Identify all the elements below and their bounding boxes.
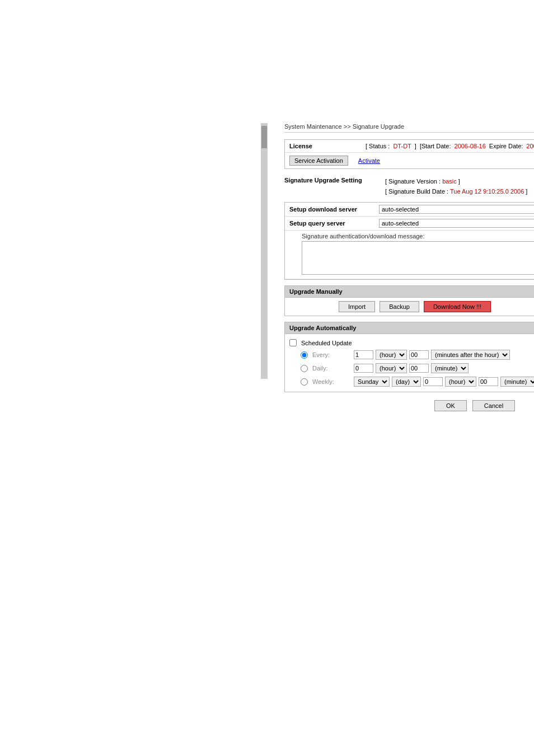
sig-version-value: basic	[442, 178, 457, 185]
daily-label: Daily:	[312, 365, 352, 372]
auth-message-textarea[interactable]	[302, 241, 534, 275]
license-start-date: 2006-08-16	[455, 143, 486, 149]
sig-build-suffix: ]	[524, 188, 527, 195]
license-status-suffix: ]	[415, 143, 416, 149]
download-now-button[interactable]: Download Now !!!	[424, 301, 491, 312]
weekly-day-select[interactable]: Sunday	[354, 377, 390, 387]
import-button[interactable]: Import	[339, 301, 375, 312]
weekly-minute-select[interactable]: (minute)	[500, 377, 534, 387]
scheduled-update-label: Scheduled Update	[301, 340, 352, 346]
weekly-hour-input[interactable]	[423, 377, 443, 386]
scheduled-update-checkbox[interactable]	[289, 339, 297, 346]
sig-version-suffix: ]	[457, 178, 460, 185]
weekly-hour-select[interactable]: (hour)	[445, 377, 476, 387]
query-server-input[interactable]	[379, 219, 534, 228]
weekly-day-label-select[interactable]: (day)	[392, 377, 421, 387]
daily-hour-input[interactable]	[354, 364, 373, 373]
breadcrumb: System Maintenance >> Signature Upgrade	[284, 123, 534, 133]
activate-link[interactable]: Activate	[358, 157, 380, 164]
sig-build-date: Tue Aug 12 9:10:25.0 2006	[450, 188, 524, 195]
weekly-minute-input[interactable]	[479, 377, 498, 386]
license-status-value: DT-DT	[393, 143, 411, 149]
every-minute-input[interactable]	[409, 350, 429, 359]
license-expire-prefix: Expire Date:	[489, 143, 523, 149]
service-activation-button[interactable]: Service Activation	[289, 156, 348, 166]
backup-button[interactable]: Backup	[380, 301, 419, 312]
cancel-button[interactable]: Cancel	[472, 400, 515, 411]
scrollbar-thumb[interactable]	[261, 126, 267, 148]
license-expire-date: 2007-08-15	[526, 143, 534, 149]
scrollbar[interactable]	[261, 123, 268, 379]
sig-setting-values: [ Signature Version : basic ] [ Signatur…	[385, 177, 527, 196]
daily-radio[interactable]	[301, 365, 308, 372]
ok-button[interactable]: OK	[434, 400, 467, 411]
license-status-prefix: [ Status :	[366, 143, 390, 149]
upgrade-auto-header: Upgrade Automatically	[289, 325, 356, 331]
every-hour-select[interactable]: (hour)	[376, 350, 407, 360]
query-server-label: Setup query server	[289, 220, 379, 227]
download-server-input[interactable]	[379, 205, 534, 214]
daily-hour-select[interactable]: (hour)	[376, 363, 407, 373]
every-label: Every:	[312, 351, 352, 358]
license-date-prefix: [Start Date:	[420, 143, 451, 149]
sig-setting-label: Signature Upgrade Setting	[284, 177, 385, 184]
sig-version-prefix: [ Signature Version :	[385, 178, 442, 185]
download-server-label: Setup download server	[289, 206, 379, 213]
daily-minute-input[interactable]	[409, 364, 429, 373]
upgrade-manually-header: Upgrade Manually	[289, 288, 343, 295]
sig-build-prefix: [ Signature Build Date :	[385, 188, 450, 195]
weekly-label: Weekly:	[312, 378, 352, 385]
weekly-radio[interactable]	[301, 378, 308, 386]
every-radio[interactable]	[301, 351, 308, 359]
daily-minute-select[interactable]: (minute)	[431, 363, 469, 373]
every-hour-input[interactable]	[354, 350, 373, 359]
every-minute-select[interactable]: (minutes after the hour)	[431, 350, 510, 360]
auth-message-label: Signature authentication/download messag…	[302, 233, 534, 240]
license-label: License	[289, 143, 362, 149]
